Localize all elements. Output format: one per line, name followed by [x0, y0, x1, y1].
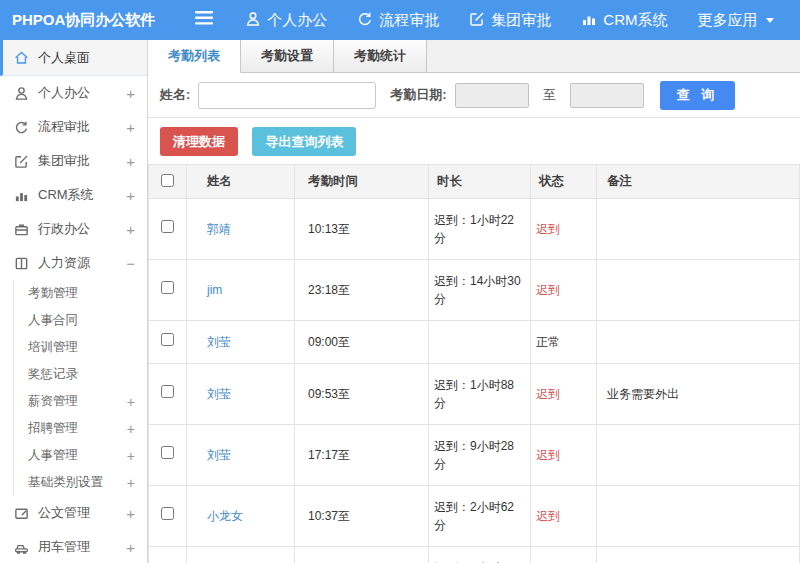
- row-checkbox[interactable]: [161, 281, 174, 294]
- col-header-status: 状态: [531, 165, 597, 199]
- employee-name-link[interactable]: 刘莹: [207, 335, 231, 349]
- col-header-time: 考勤时间: [295, 165, 429, 199]
- table-row: 刘莹 09:53至 迟到：1小时88分 迟到 业务需要外出: [149, 364, 800, 425]
- col-header-duration: 时长: [429, 165, 531, 199]
- row-checkbox[interactable]: [161, 385, 174, 398]
- query-button[interactable]: 查 询: [660, 81, 736, 110]
- car-icon: [14, 540, 29, 555]
- sidebar-subitem-attendance-management[interactable]: 考勤管理: [14, 280, 147, 307]
- note-cell: 业务需要外出: [597, 364, 800, 425]
- menu-toggle-button[interactable]: [195, 11, 213, 29]
- nav-item-more-apps[interactable]: 更多应用: [698, 11, 774, 30]
- tab-attendance-stats[interactable]: 考勤统计: [334, 40, 427, 72]
- sidebar-item-desktop[interactable]: 个人桌面: [0, 40, 147, 76]
- nav-item-personal-office[interactable]: 个人办公: [245, 11, 327, 30]
- duration-cell: 迟到：2小时90分早退：7小时10分: [429, 547, 531, 563]
- status-cell: 迟到: [531, 364, 597, 425]
- sidebar: 个人桌面 个人办公 + 流程审批 + 集团审批 + CRM系统 +: [0, 40, 148, 563]
- sidebar-item-document-management[interactable]: 公文管理 +: [0, 496, 147, 530]
- nav-item-group-approval[interactable]: 集团审批: [469, 11, 551, 30]
- attendance-time-cell: 10:13至: [295, 199, 429, 260]
- sidebar-subitem-reward-punishment[interactable]: 奖惩记录: [14, 361, 147, 388]
- expand-plus-icon: +: [126, 539, 135, 556]
- hamburger-icon: [195, 11, 213, 29]
- row-checkbox[interactable]: [161, 446, 174, 459]
- nav-label: CRM系统: [603, 11, 667, 30]
- sidebar-item-label: CRM系统: [38, 186, 94, 204]
- row-checkbox[interactable]: [161, 333, 174, 346]
- sidebar-item-human-resources[interactable]: 人力资源 −: [0, 246, 147, 280]
- app-brand: PHPOA协同办公软件: [0, 11, 155, 30]
- sidebar-subitem-recruit-management[interactable]: 招聘管理 +: [14, 415, 147, 442]
- select-all-checkbox[interactable]: [161, 174, 174, 187]
- attendance-time-cell: 23:18至: [295, 260, 429, 321]
- sidebar-subitem-personnel-management[interactable]: 人事管理 +: [14, 442, 147, 469]
- clean-data-button[interactable]: 清理数据: [160, 127, 238, 156]
- row-checkbox[interactable]: [161, 507, 174, 520]
- nav-item-workflow-approval[interactable]: 流程审批: [357, 11, 439, 30]
- briefcase-icon: [14, 222, 29, 237]
- sidebar-item-vehicle-management[interactable]: 用车管理 +: [0, 530, 147, 563]
- table-row: 管理员 10:54至10:54 迟到：2小时90分早退：7小时10分 迟到/早退…: [149, 547, 800, 563]
- table-row: 刘莹 17:17至 迟到：9小时28分 迟到: [149, 425, 800, 486]
- nav-label: 个人办公: [267, 11, 327, 30]
- sidebar-item-label: 流程审批: [38, 118, 90, 136]
- name-input[interactable]: [198, 82, 376, 109]
- sidebar-subitem-base-category-settings[interactable]: 基础类别设置 +: [14, 469, 147, 496]
- name-label: 姓名:: [160, 86, 190, 104]
- expand-plus-icon: +: [126, 85, 135, 102]
- expand-plus-icon: +: [127, 448, 135, 464]
- employee-name-link[interactable]: 刘莹: [207, 448, 231, 462]
- sidebar-subitem-label: 奖惩记录: [28, 366, 78, 383]
- sidebar-item-label: 个人办公: [38, 84, 90, 102]
- user-icon: [245, 11, 261, 30]
- table-header-row: 姓名 考勤时间 时长 状态 备注: [149, 165, 800, 199]
- sidebar-item-workflow-approval[interactable]: 流程审批 +: [0, 110, 147, 144]
- sidebar-item-group-approval[interactable]: 集团审批 +: [0, 144, 147, 178]
- sidebar-item-label: 人力资源: [38, 254, 90, 272]
- top-navbar: PHPOA协同办公软件 个人办公 流程审批 集团审批 CRM系统: [0, 0, 800, 40]
- sidebar-subitem-label: 薪资管理: [28, 393, 78, 410]
- process-icon: [14, 120, 29, 135]
- employee-name-link[interactable]: 刘莹: [207, 387, 231, 401]
- note-cell: [597, 321, 800, 364]
- sidebar-subitem-salary-management[interactable]: 薪资管理 +: [14, 388, 147, 415]
- table-row: jim 23:18至 迟到：14小时30分 迟到: [149, 260, 800, 321]
- attendance-date-label: 考勤日期:: [390, 86, 446, 104]
- export-list-button[interactable]: 导出查询列表: [252, 127, 356, 156]
- expand-minus-icon: −: [126, 255, 135, 272]
- employee-name-link[interactable]: 郭靖: [207, 222, 231, 236]
- sidebar-item-crm-system[interactable]: CRM系统 +: [0, 178, 147, 212]
- sidebar-item-personal-office[interactable]: 个人办公 +: [0, 76, 147, 110]
- employee-name-link[interactable]: 小龙女: [207, 509, 243, 523]
- expand-plus-icon: +: [127, 421, 135, 437]
- hr-submenu: 考勤管理 人事合同 培训管理 奖惩记录 薪资管理 + 招聘管理 +: [13, 280, 147, 496]
- row-checkbox[interactable]: [161, 220, 174, 233]
- top-nav: 个人办公 流程审批 集团审批 CRM系统 更多应用: [245, 11, 800, 30]
- sidebar-subitem-training-management[interactable]: 培训管理: [14, 334, 147, 361]
- chart-icon: [581, 11, 597, 30]
- duration-cell: 迟到：1小时88分: [429, 364, 531, 425]
- sidebar-subitem-label: 招聘管理: [28, 420, 78, 437]
- home-icon: [14, 50, 29, 65]
- date-to-label: 至: [543, 86, 556, 104]
- sidebar-item-admin-office[interactable]: 行政办公 +: [0, 212, 147, 246]
- nav-item-crm-system[interactable]: CRM系统: [581, 11, 667, 30]
- table-row: 小龙女 10:37至 迟到：2小时62分 迟到: [149, 486, 800, 547]
- tab-attendance-list[interactable]: 考勤列表: [148, 40, 241, 73]
- attendance-time-cell: 17:17至: [295, 425, 429, 486]
- sidebar-subitem-hr-contract[interactable]: 人事合同: [14, 307, 147, 334]
- date-to-input[interactable]: [570, 83, 644, 108]
- duration-cell: 迟到：14小时30分: [429, 260, 531, 321]
- tab-attendance-settings[interactable]: 考勤设置: [241, 40, 334, 72]
- date-from-input[interactable]: [455, 83, 529, 108]
- sidebar-subitem-label: 考勤管理: [28, 285, 78, 302]
- note-cell: [597, 199, 800, 260]
- tab-bar: 考勤列表 考勤设置 考勤统计: [148, 40, 800, 73]
- search-filter-row: 姓名: 考勤日期: 至 查 询: [148, 73, 800, 118]
- employee-name-link[interactable]: jim: [207, 283, 222, 297]
- process-icon: [357, 11, 373, 30]
- col-header-note: 备注: [597, 165, 800, 199]
- attendance-time-cell: 10:37至: [295, 486, 429, 547]
- edit-icon: [469, 11, 485, 30]
